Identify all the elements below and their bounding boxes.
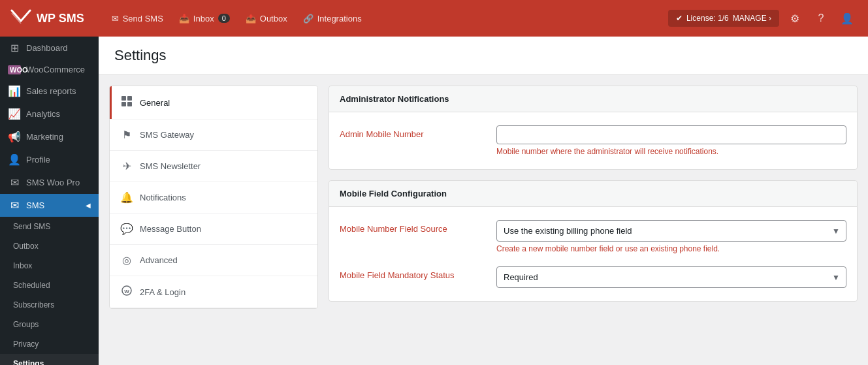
help-icon-button[interactable]: ? [811, 8, 831, 29]
dashboard-icon: ⊞ [8, 42, 21, 54]
integrations-icon: 🔗 [303, 14, 313, 24]
admin-mobile-number-control: Mobile number where the administrator wi… [496, 125, 846, 156]
sidebar-item-sales-reports[interactable]: 📊 Sales reports [0, 80, 99, 103]
license-button[interactable]: ✔ License: 1/6 MANAGE › [668, 10, 779, 27]
mobile-field-mandatory-select-wrapper: Required Optional ▼ [496, 266, 846, 288]
check-icon: ✔ [676, 14, 683, 23]
sms-woo-pro-icon: ✉ [8, 176, 21, 189]
topbar-send-sms[interactable]: ✉ Send SMS [105, 10, 170, 27]
mobile-number-source-select-wrapper: Use the existing billing phone field Cre… [496, 220, 846, 242]
page-header: Settings [99, 37, 868, 75]
settings-nav-advanced[interactable]: ◎ Advanced [110, 245, 317, 276]
sms-arrow: ◀ [86, 202, 91, 209]
sidebar-item-woocommerce[interactable]: WOO WooCommerce [0, 59, 99, 80]
svg-text:W: W [124, 289, 129, 294]
sidebar-item-marketing[interactable]: 📢 Marketing [0, 125, 99, 148]
send-sms-icon: ✉ [112, 14, 119, 24]
sidebar-item-analytics[interactable]: 📈 Analytics [0, 103, 99, 125]
topbar-right: ✔ License: 1/6 MANAGE › ⚙ ? 👤 [668, 8, 858, 29]
topbar-outbox[interactable]: 📤 Outbox [239, 10, 294, 27]
settings-nav: General ⚑ SMS Gateway ✈ SMS Newsletter 🔔… [109, 86, 318, 309]
submenu-scheduled[interactable]: Scheduled [0, 276, 99, 295]
content-area: General ⚑ SMS Gateway ✈ SMS Newsletter 🔔… [99, 75, 868, 323]
submenu-send-sms[interactable]: Send SMS [0, 217, 99, 236]
sms-icon: ✉ [8, 199, 21, 212]
topbar-inbox[interactable]: 📥 Inbox 0 [172, 10, 236, 27]
woocommerce-icon: WOO [8, 65, 21, 74]
inbox-icon: 📥 [179, 14, 189, 24]
settings-nav-sms-newsletter[interactable]: ✈ SMS Newsletter [110, 151, 317, 182]
svg-rect-2 [121, 102, 126, 106]
mobile-number-source-select[interactable]: Use the existing billing phone field Cre… [496, 220, 846, 242]
sidebar-item-sms[interactable]: ✉ SMS ◀ [0, 194, 99, 217]
svg-rect-0 [121, 96, 126, 101]
mobile-number-field-source-label: Mobile Number Field Source [340, 220, 483, 234]
page-title: Settings [114, 47, 852, 64]
mobile-number-source-hint: Create a new mobile number field or use … [496, 244, 846, 253]
mobile-field-mandatory-label: Mobile Field Mandatory Status [340, 266, 483, 280]
sms-gateway-icon: ⚑ [120, 129, 133, 141]
settings-nav-message-button[interactable]: 💬 Message Button [110, 214, 317, 245]
submenu-groups[interactable]: Groups [0, 315, 99, 334]
settings-sidebar: General ⚑ SMS Gateway ✈ SMS Newsletter 🔔… [109, 86, 318, 312]
admin-notifications-body: Admin Mobile Number Mobile number where … [329, 112, 857, 169]
sidebar-item-profile[interactable]: 👤 Profile [0, 148, 99, 171]
settings-icon-button[interactable]: ⚙ [784, 8, 805, 29]
mobile-field-mandatory-select[interactable]: Required Optional [496, 266, 846, 288]
settings-nav-general[interactable]: General [110, 86, 317, 119]
advanced-icon: ◎ [120, 254, 133, 266]
mobile-field-config-body: Mobile Number Field Source Use the exist… [329, 207, 857, 301]
message-button-icon: 💬 [120, 223, 133, 235]
sales-reports-icon: 📊 [8, 85, 21, 97]
admin-mobile-number-label: Admin Mobile Number [340, 125, 483, 139]
settings-nav-notifications[interactable]: 🔔 Notifications [110, 182, 317, 214]
user-icon-button[interactable]: 👤 [837, 8, 858, 29]
notifications-icon: 🔔 [120, 191, 133, 204]
admin-mobile-number-hint: Mobile number where the administrator wi… [496, 147, 846, 156]
topbar-integrations[interactable]: 🔗 Integrations [297, 10, 368, 27]
submenu-privacy[interactable]: Privacy [0, 334, 99, 354]
settings-nav-sms-gateway[interactable]: ⚑ SMS Gateway [110, 119, 317, 151]
2fa-login-icon: W [120, 285, 133, 298]
submenu-settings[interactable]: Settings [0, 354, 99, 365]
settings-content: Administrator Notifications Admin Mobile… [329, 86, 858, 312]
sidebar-item-dashboard[interactable]: ⊞ Dashboard [0, 37, 99, 59]
topbar: WP SMS ✉ Send SMS 📥 Inbox 0 📤 Outbox 🔗 I… [0, 0, 868, 37]
mobile-field-config-section: Mobile Field Configuration Mobile Number… [329, 180, 858, 302]
layout: ⊞ Dashboard WOO WooCommerce 📊 Sales repo… [0, 37, 868, 365]
sidebar: ⊞ Dashboard WOO WooCommerce 📊 Sales repo… [0, 37, 99, 365]
logo-text: WP SMS [37, 12, 84, 25]
outbox-icon: 📤 [246, 14, 256, 24]
svg-rect-3 [127, 102, 132, 106]
submenu-subscribers[interactable]: Subscribers [0, 295, 99, 315]
mobile-number-field-source-field: Mobile Number Field Source Use the exist… [340, 220, 846, 253]
admin-mobile-number-field: Admin Mobile Number Mobile number where … [340, 125, 846, 156]
admin-mobile-number-input[interactable] [496, 125, 846, 144]
sidebar-item-sms-woo-pro[interactable]: ✉ SMS Woo Pro [0, 171, 99, 194]
mobile-field-config-header: Mobile Field Configuration [329, 181, 857, 207]
marketing-icon: 📢 [8, 131, 21, 143]
topbar-nav: ✉ Send SMS 📥 Inbox 0 📤 Outbox 🔗 Integrat… [105, 10, 652, 27]
svg-rect-1 [127, 96, 132, 101]
mobile-field-mandatory-control: Required Optional ▼ [496, 266, 846, 288]
submenu-outbox[interactable]: Outbox [0, 236, 99, 256]
analytics-icon: 📈 [8, 108, 21, 120]
profile-icon: 👤 [8, 153, 21, 166]
sms-submenu: Send SMS Outbox Inbox Scheduled Subscrib… [0, 217, 99, 365]
inbox-badge: 0 [218, 14, 230, 23]
logo-icon [10, 9, 31, 27]
logo: WP SMS [10, 9, 84, 27]
general-icon [120, 95, 133, 110]
admin-notifications-section: Administrator Notifications Admin Mobile… [329, 86, 858, 170]
mobile-number-field-source-control: Use the existing billing phone field Cre… [496, 220, 846, 253]
admin-notifications-header: Administrator Notifications [329, 86, 857, 112]
sms-newsletter-icon: ✈ [120, 160, 133, 172]
submenu-inbox[interactable]: Inbox [0, 256, 99, 276]
mobile-field-mandatory-field: Mobile Field Mandatory Status Required O… [340, 266, 846, 288]
main-content: Settings General [99, 37, 868, 365]
settings-nav-2fa-login[interactable]: W 2FA & Login [110, 276, 317, 308]
